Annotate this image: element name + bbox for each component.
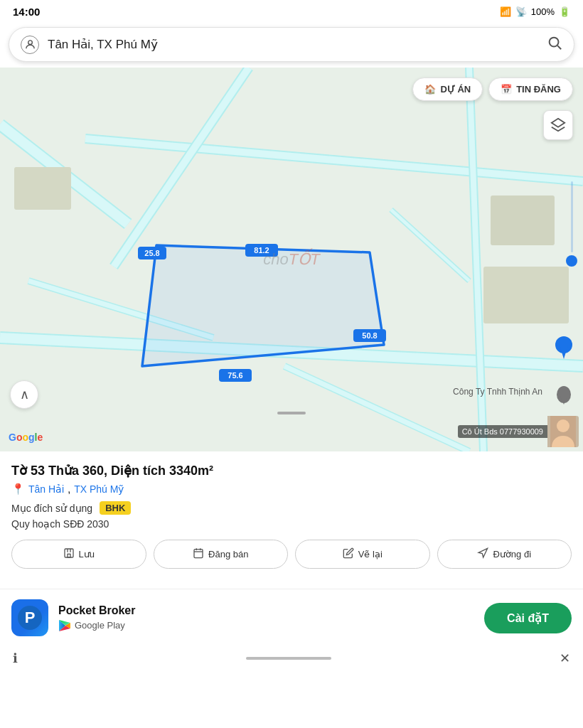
location-pin-icon: 📍 bbox=[11, 483, 25, 496]
svg-point-0 bbox=[28, 41, 32, 45]
save-icon bbox=[63, 547, 75, 561]
svg-marker-23 bbox=[142, 245, 384, 366]
svg-rect-20 bbox=[14, 167, 71, 210]
svg-point-39 bbox=[557, 419, 569, 432]
info-button[interactable]: ℹ bbox=[13, 651, 18, 666]
scroll-indicator bbox=[277, 412, 306, 414]
app-name: Pocket Broker bbox=[58, 604, 474, 617]
property-location: 📍 Tân Hải , TX Phú Mỹ bbox=[11, 483, 572, 496]
info-panel: Tờ 53 Thửa 360, Diện tích 3340m² 📍 Tân H… bbox=[0, 451, 583, 589]
house-icon: 🏠 bbox=[424, 84, 436, 95]
search-bar[interactable]: Tân Hải, TX Phú Mỹ bbox=[9, 27, 574, 62]
map-scrollbar bbox=[566, 181, 577, 281]
app-icon: P bbox=[11, 599, 48, 636]
user-avatar-icon bbox=[21, 36, 39, 54]
app-banner: P Pocket Broker bbox=[0, 589, 583, 646]
muc-dich-label: Mục đích sử dụng bbox=[11, 503, 92, 514]
agent-contact: Cô Út Bds 0777930009 bbox=[458, 425, 547, 438]
action-buttons: Lưu Đăng bán Vẽ lại bbox=[11, 540, 572, 569]
status-time: 14:00 bbox=[13, 6, 40, 18]
svg-text:P: P bbox=[25, 609, 36, 626]
location-tan-hai[interactable]: Tân Hải bbox=[28, 483, 64, 495]
svg-marker-48 bbox=[478, 548, 488, 557]
google-play-icon bbox=[58, 619, 71, 632]
svg-rect-40 bbox=[65, 549, 73, 557]
du-an-button[interactable]: 🏠 DỰ ÁN bbox=[412, 77, 483, 101]
luu-button[interactable]: Lưu bbox=[11, 540, 146, 569]
install-button[interactable]: Cài đặT bbox=[484, 603, 572, 633]
svg-rect-21 bbox=[483, 267, 569, 323]
wifi-icon: 📶 bbox=[500, 6, 511, 17]
dang-ban-label: Đăng bán bbox=[208, 549, 248, 560]
du-an-label: DỰ ÁN bbox=[440, 84, 471, 95]
status-icons: 📶 📡 100% 🔋 bbox=[500, 6, 570, 17]
duong-di-button[interactable]: Đường đi bbox=[437, 540, 572, 569]
chevron-up-icon: ∧ bbox=[20, 387, 29, 402]
app-info: Pocket Broker bbox=[58, 604, 474, 632]
calendar-icon: 📅 bbox=[501, 84, 512, 95]
luu-label: Lưu bbox=[79, 549, 95, 560]
svg-text:25.8: 25.8 bbox=[144, 249, 159, 257]
agent-photo bbox=[547, 416, 579, 447]
svg-rect-22 bbox=[491, 196, 555, 245]
svg-text:Công Ty Tnhh Thịnh An: Công Ty Tnhh Thịnh An bbox=[453, 387, 542, 397]
map-container[interactable]: 81.2 25.8 75.6 50.8 Công Ty Tnhh Thịnh A… bbox=[0, 68, 583, 451]
battery-label: 100% bbox=[531, 6, 555, 17]
bhk-badge: BHK bbox=[100, 501, 131, 515]
ve-lai-label: Vẽ lại bbox=[358, 549, 383, 560]
store-name: Google Play bbox=[75, 620, 125, 631]
tin-dang-label: TIN ĐĂNG bbox=[516, 84, 561, 95]
search-icon[interactable] bbox=[547, 35, 562, 54]
map-svg: 81.2 25.8 75.6 50.8 Công Ty Tnhh Thịnh A… bbox=[0, 68, 583, 451]
search-text: Tân Hải, TX Phú Mỹ bbox=[48, 37, 538, 52]
location-tx-phu-my[interactable]: TX Phú Mỹ bbox=[74, 483, 124, 495]
signal-icon: 📡 bbox=[515, 6, 527, 17]
collapse-button[interactable]: ∧ bbox=[10, 380, 38, 409]
quy-hoach-label: Quy hoạch SĐĐ 2030 bbox=[11, 518, 109, 530]
bottom-bar: ℹ ✕ bbox=[0, 646, 583, 673]
duong-di-label: Đường đi bbox=[493, 549, 531, 560]
directions-icon bbox=[477, 547, 488, 561]
google-logo: Google bbox=[9, 432, 43, 443]
svg-rect-43 bbox=[68, 554, 70, 557]
dang-ban-button[interactable]: Đăng bán bbox=[154, 540, 289, 569]
status-bar: 14:00 📶 📡 100% 🔋 bbox=[0, 0, 583, 23]
map-layer-button[interactable] bbox=[543, 110, 573, 140]
muc-dich-row: Mục đích sử dụng BHK bbox=[11, 501, 572, 515]
home-indicator bbox=[246, 657, 331, 660]
ve-lai-button[interactable]: Vẽ lại bbox=[295, 540, 430, 569]
agent-tag: Cô Út Bds 0777930009 bbox=[458, 416, 579, 447]
property-title: Tờ 53 Thửa 360, Diện tích 3340m² bbox=[11, 463, 572, 478]
svg-marker-37 bbox=[552, 119, 565, 127]
svg-point-1 bbox=[550, 38, 559, 47]
map-buttons: 🏠 DỰ ÁN 📅 TIN ĐĂNG bbox=[412, 77, 573, 101]
tin-dang-button[interactable]: 📅 TIN ĐĂNG bbox=[488, 77, 573, 101]
svg-line-2 bbox=[557, 46, 561, 49]
svg-text:75.6: 75.6 bbox=[228, 371, 242, 380]
svg-text:50.8: 50.8 bbox=[362, 331, 377, 340]
svg-text:81.2: 81.2 bbox=[254, 246, 269, 255]
calendar2-icon bbox=[193, 547, 204, 561]
edit-icon bbox=[343, 547, 354, 561]
quy-hoach-row: Quy hoạch SĐĐ 2030 bbox=[11, 518, 572, 530]
app-store-row: Google Play bbox=[58, 619, 474, 632]
close-button[interactable]: ✕ bbox=[560, 651, 570, 666]
battery-icon: 🔋 bbox=[559, 6, 570, 17]
svg-rect-44 bbox=[194, 550, 203, 558]
